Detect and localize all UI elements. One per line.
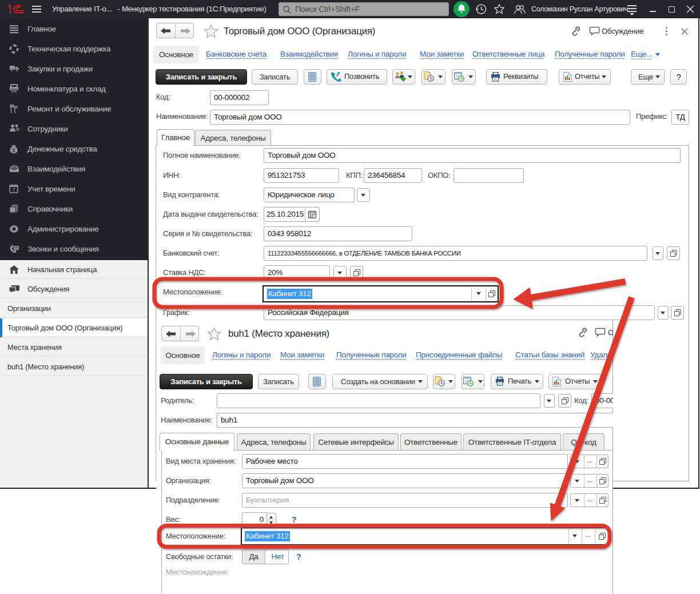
svg-text:@: @ [12, 165, 16, 170]
svg-text:$: $ [13, 147, 15, 153]
svg-text:7: 7 [13, 187, 15, 193]
